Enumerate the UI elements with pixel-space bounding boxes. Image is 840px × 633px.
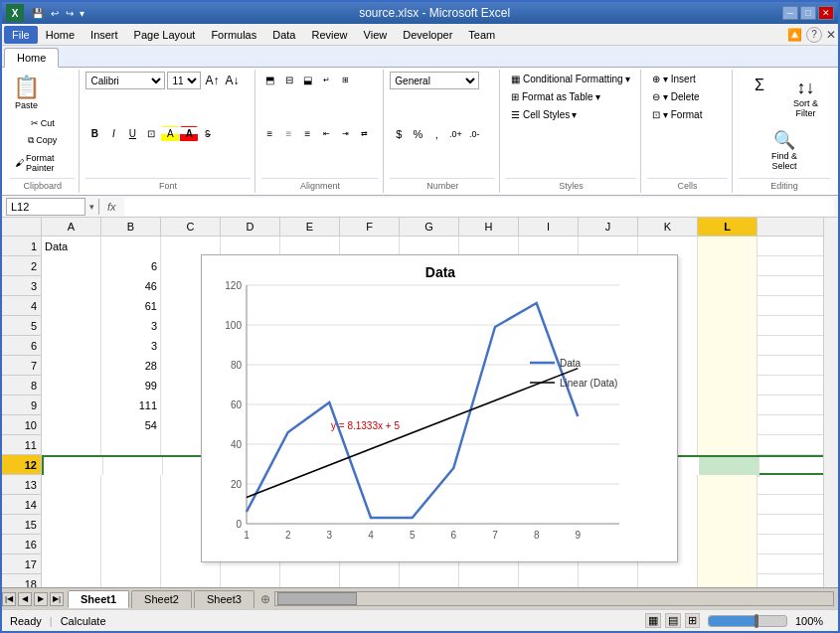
menu-page-layout[interactable]: Page Layout bbox=[126, 26, 204, 44]
restore-button[interactable]: □ bbox=[800, 6, 816, 20]
find-select-button[interactable]: 🔍 Find & Select bbox=[766, 124, 802, 176]
name-box[interactable]: L12 bbox=[6, 198, 85, 216]
menu-formulas[interactable]: Formulas bbox=[203, 26, 264, 44]
menu-team[interactable]: Team bbox=[460, 26, 503, 44]
col-header-J[interactable]: J bbox=[579, 218, 638, 236]
font-size-select[interactable]: 11 bbox=[167, 72, 201, 89]
sheet-next-button[interactable]: ▶ bbox=[34, 592, 48, 606]
cell-A8[interactable] bbox=[42, 376, 101, 396]
cell-L3[interactable] bbox=[698, 276, 757, 296]
row-num-18[interactable]: 18 bbox=[2, 574, 41, 587]
cell-L2[interactable] bbox=[698, 256, 757, 276]
cell-B4[interactable]: 61 bbox=[101, 296, 161, 316]
row-num-2[interactable]: 2 bbox=[2, 256, 41, 276]
col-header-I[interactable]: I bbox=[519, 218, 579, 236]
comma-button[interactable]: , bbox=[427, 126, 445, 142]
minimize-button[interactable]: ─ bbox=[782, 6, 798, 20]
menu-file[interactable]: File bbox=[4, 26, 38, 44]
help-icon[interactable]: 🔼 bbox=[787, 28, 802, 42]
cell-A3[interactable] bbox=[42, 276, 101, 296]
row-num-4[interactable]: 4 bbox=[2, 296, 41, 316]
strikethrough-button[interactable]: S̶ bbox=[199, 126, 217, 142]
border-button[interactable]: ⊡ bbox=[142, 126, 160, 142]
close-button[interactable]: ✕ bbox=[818, 6, 834, 20]
decrease-font-button[interactable]: A↓ bbox=[223, 73, 241, 88]
col-header-C[interactable]: C bbox=[161, 218, 221, 236]
cell-L14[interactable] bbox=[698, 495, 757, 515]
chart-container[interactable]: Data 120 bbox=[201, 254, 678, 562]
col-header-E[interactable]: E bbox=[280, 218, 340, 236]
zoom-slider-thumb[interactable] bbox=[755, 614, 758, 628]
row-num-3[interactable]: 3 bbox=[2, 276, 41, 296]
cell-L7[interactable] bbox=[698, 356, 757, 376]
row-num-1[interactable]: 1 bbox=[2, 237, 41, 256]
row-num-12[interactable]: 12 bbox=[2, 455, 41, 475]
col-header-B[interactable]: B bbox=[101, 218, 161, 236]
cell-A13[interactable] bbox=[42, 475, 101, 495]
cell-B3[interactable]: 46 bbox=[101, 276, 161, 296]
tab-home[interactable]: Home bbox=[4, 48, 59, 68]
menu-home[interactable]: Home bbox=[38, 26, 83, 44]
zoom-slider[interactable] bbox=[708, 615, 787, 627]
col-header-F[interactable]: F bbox=[340, 218, 400, 236]
cell-C1[interactable] bbox=[161, 237, 221, 256]
format-button[interactable]: ⊡ ▾ Format bbox=[647, 107, 707, 122]
sheet-tab-3[interactable]: Sheet3 bbox=[194, 590, 254, 608]
sheet-tab-2[interactable]: Sheet2 bbox=[131, 590, 192, 608]
font-color-button[interactable]: A bbox=[180, 126, 198, 142]
redo-icon[interactable]: ↪ bbox=[66, 8, 74, 19]
underline-button[interactable]: U bbox=[123, 126, 141, 142]
cell-B1[interactable] bbox=[101, 237, 161, 256]
insert-button[interactable]: ⊕ ▾ Insert bbox=[647, 72, 701, 86]
cell-L4[interactable] bbox=[698, 296, 757, 316]
dropdown-icon[interactable]: ▾ bbox=[80, 8, 84, 19]
sheet-last-button[interactable]: ▶| bbox=[50, 592, 64, 606]
italic-button[interactable]: I bbox=[104, 126, 122, 142]
row-num-10[interactable]: 10 bbox=[2, 415, 41, 435]
cell-B7[interactable]: 28 bbox=[101, 356, 161, 376]
row-num-5[interactable]: 5 bbox=[2, 316, 41, 336]
align-right-top-button[interactable]: ⬓ bbox=[299, 72, 317, 87]
cell-A14[interactable] bbox=[42, 495, 101, 515]
cell-F1[interactable] bbox=[340, 237, 400, 256]
save-icon[interactable]: 💾 bbox=[32, 8, 44, 19]
cell-B13[interactable] bbox=[101, 475, 161, 495]
window-controls[interactable]: ─ □ ✕ bbox=[782, 6, 834, 20]
cell-A6[interactable] bbox=[42, 336, 101, 356]
align-left-button[interactable]: ≡ bbox=[261, 125, 279, 141]
cell-K1[interactable] bbox=[638, 237, 698, 256]
cell-H1[interactable] bbox=[459, 237, 519, 256]
increase-font-button[interactable]: A↑ bbox=[203, 73, 221, 88]
cell-G1[interactable] bbox=[400, 237, 459, 256]
col-header-L[interactable]: L bbox=[698, 218, 757, 236]
menu-insert[interactable]: Insert bbox=[83, 26, 126, 44]
cell-B6[interactable]: 3 bbox=[101, 336, 161, 356]
cell-A11[interactable] bbox=[42, 435, 101, 455]
conditional-formatting-button[interactable]: ▦ Conditional Formatting ▾ bbox=[506, 72, 635, 86]
cell-L13[interactable] bbox=[698, 475, 757, 495]
wrap-text-button[interactable]: ↵ bbox=[318, 72, 336, 87]
row-num-8[interactable]: 8 bbox=[2, 376, 41, 396]
vertical-scrollbar[interactable] bbox=[823, 218, 838, 587]
decrease-decimal-button[interactable]: .0- bbox=[465, 126, 483, 142]
merge-button[interactable]: ⊞ bbox=[337, 72, 355, 87]
cut-button[interactable]: ✂Cut bbox=[10, 115, 75, 131]
cell-L11[interactable] bbox=[698, 435, 757, 455]
sort-filter-button[interactable]: ↕↓ Sort & Filter bbox=[788, 72, 823, 123]
cell-I1[interactable] bbox=[519, 237, 579, 256]
row-num-15[interactable]: 15 bbox=[2, 515, 41, 535]
cell-L10[interactable] bbox=[698, 415, 757, 435]
view-normal-button[interactable]: ▦ bbox=[645, 613, 661, 628]
currency-button[interactable]: $ bbox=[390, 126, 408, 142]
cell-B10[interactable]: 54 bbox=[101, 415, 161, 435]
sheet-tab-1[interactable]: Sheet1 bbox=[68, 590, 129, 608]
copy-button[interactable]: ⧉Copy bbox=[10, 132, 75, 149]
number-format-select[interactable]: General bbox=[390, 72, 479, 89]
cell-B5[interactable]: 3 bbox=[101, 316, 161, 336]
cell-J1[interactable] bbox=[579, 237, 638, 256]
zoom-level[interactable]: 100% bbox=[795, 615, 830, 627]
close-ribbon-button[interactable]: ✕ bbox=[826, 28, 836, 42]
percent-button[interactable]: % bbox=[409, 126, 426, 142]
cell-L12[interactable] bbox=[700, 457, 759, 477]
cell-L1[interactable] bbox=[698, 237, 757, 256]
